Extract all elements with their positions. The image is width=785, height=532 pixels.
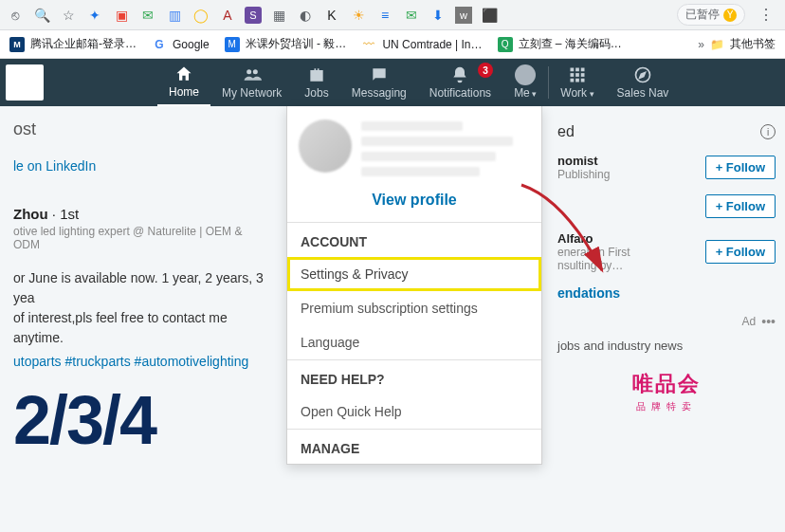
suggestion-sub: Publishing bbox=[557, 168, 610, 181]
favicon-icon: Q bbox=[498, 37, 513, 52]
compass-icon bbox=[633, 65, 652, 84]
profile-avatar-icon: Y bbox=[723, 9, 737, 22]
ext-icon[interactable]: ◐ bbox=[296, 6, 315, 25]
ext-icon[interactable]: ⬇ bbox=[429, 6, 447, 25]
nav-label: Sales Nav bbox=[617, 86, 669, 100]
nav-sales[interactable]: Sales Nav bbox=[606, 59, 681, 106]
ad-brand[interactable]: 唯品会 品牌特卖 bbox=[557, 370, 776, 413]
bookmark-label: Google bbox=[173, 38, 210, 51]
ext-icon[interactable]: ☀ bbox=[349, 6, 368, 25]
bookmarks-bar: M 腾讯企业邮箱-登录… G Google M 米课外贸培训 - 毅… 〰 UN… bbox=[0, 30, 785, 59]
follow-button[interactable]: + Follow bbox=[705, 194, 776, 218]
suggestion-row: Alfaro eneral en Firstnsulting by… + Fol… bbox=[557, 231, 776, 272]
svg-rect-4 bbox=[581, 68, 585, 72]
notification-badge: 3 bbox=[478, 63, 493, 78]
ext-icon[interactable]: ▦ bbox=[269, 6, 288, 25]
ext-icon[interactable]: ✦ bbox=[85, 6, 104, 25]
post-body: or June is available now. 1 year, 2 year… bbox=[13, 268, 271, 348]
ext-icon[interactable]: w bbox=[455, 7, 472, 24]
ext-icon[interactable]: ⬛ bbox=[480, 6, 499, 25]
nav-label: Notifications bbox=[429, 86, 491, 100]
ext-icon[interactable]: K bbox=[322, 6, 341, 25]
ext-icon[interactable]: ◯ bbox=[192, 6, 210, 25]
suggestion-title[interactable]: Alfaro bbox=[557, 231, 630, 246]
post-hashtags[interactable]: utoparts #truckparts #automotivelighting bbox=[13, 354, 271, 369]
ext-icon[interactable]: ✉ bbox=[138, 6, 157, 25]
favicon-icon: M bbox=[9, 37, 25, 52]
favicon-icon: 〰 bbox=[361, 37, 376, 52]
follow-button[interactable]: + Follow bbox=[705, 156, 776, 179]
briefcase-icon bbox=[307, 65, 326, 84]
bookmark-label: 腾讯企业邮箱-登录… bbox=[30, 36, 137, 52]
dropdown-premium[interactable]: Premium subscription settings bbox=[287, 291, 541, 325]
nav-work[interactable]: Work bbox=[549, 59, 605, 106]
translate-icon[interactable]: ⎋ bbox=[6, 6, 25, 25]
dropdown-settings-privacy[interactable]: Settings & Privacy bbox=[287, 257, 541, 291]
chrome-menu-icon[interactable]: ⋮ bbox=[753, 6, 779, 24]
dropdown-open-help[interactable]: Open Quick Help bbox=[287, 394, 541, 429]
svg-rect-2 bbox=[570, 68, 574, 72]
suggestion-sub: eneral en Firstnsulting by… bbox=[557, 246, 630, 272]
nav-label: Me bbox=[514, 86, 537, 100]
nav-label: My Network bbox=[222, 86, 282, 100]
suggestion-row: + Follow bbox=[557, 194, 776, 218]
bookmark-item[interactable]: 〰 UN Comtrade | In… bbox=[361, 37, 482, 52]
post-image-numbers: 2/3/4 bbox=[13, 386, 271, 454]
ext-icon[interactable]: S bbox=[245, 7, 262, 24]
nav-messaging[interactable]: Messaging bbox=[340, 59, 418, 106]
right-rail: ed i nomist Publishing + Follow + Follow… bbox=[557, 118, 776, 413]
linkedin-nav: Home My Network Jobs Messaging 3 Notific… bbox=[0, 59, 785, 106]
star-icon[interactable]: ☆ bbox=[59, 6, 78, 25]
other-bookmarks[interactable]: 其他书签 bbox=[730, 36, 776, 52]
search2-icon[interactable]: 🔍 bbox=[32, 6, 51, 25]
pause-label: 已暂停 bbox=[685, 7, 720, 23]
ext-icon[interactable]: ≡ bbox=[375, 6, 394, 25]
dropdown-language[interactable]: Language bbox=[287, 325, 541, 359]
ext-icon[interactable]: ▥ bbox=[165, 6, 184, 25]
svg-rect-5 bbox=[570, 73, 574, 77]
dropdown-profile[interactable] bbox=[287, 106, 541, 186]
nav-notifications[interactable]: 3 Notifications bbox=[418, 59, 502, 106]
ext-icon[interactable]: ▣ bbox=[112, 6, 131, 25]
ad-menu-icon[interactable]: ••• bbox=[761, 314, 776, 329]
avatar-icon bbox=[515, 65, 536, 84]
nav-label: Messaging bbox=[352, 86, 407, 100]
bookmarks-chevron-icon[interactable]: » bbox=[698, 38, 704, 51]
nav-home[interactable]: Home bbox=[157, 59, 210, 106]
home-icon bbox=[174, 64, 193, 83]
bookmark-item[interactable]: G Google bbox=[152, 37, 210, 52]
svg-rect-8 bbox=[570, 79, 574, 83]
folder-icon: 📁 bbox=[710, 38, 724, 51]
bookmark-item[interactable]: M 米课外贸培训 - 毅… bbox=[225, 36, 347, 52]
suggestion-title[interactable]: nomist bbox=[557, 154, 610, 168]
info-icon[interactable]: i bbox=[760, 124, 776, 139]
favicon-icon: M bbox=[225, 37, 240, 52]
favicon-icon: G bbox=[152, 37, 167, 52]
post-author-headline: otive led lighting expert @ Naturelite |… bbox=[13, 225, 271, 251]
ext-icon[interactable]: A bbox=[218, 6, 237, 25]
chrome-profile-pill[interactable]: 已暂停 Y bbox=[677, 4, 745, 26]
bookmark-item[interactable]: Q 立刻查 – 海关编码… bbox=[498, 36, 622, 52]
nav-network[interactable]: My Network bbox=[210, 59, 293, 106]
write-article-link[interactable]: le on LinkedIn bbox=[13, 158, 271, 174]
bookmark-item[interactable]: M 腾讯企业邮箱-登录… bbox=[9, 36, 137, 52]
chrome-toolbar: ⎋ 🔍 ☆ ✦ ▣ ✉ ▥ ◯ A S ▦ ◐ K ☀ ≡ ✉ ⬇ w ⬛ 已暂… bbox=[0, 0, 785, 30]
brand-name: 唯品会 bbox=[557, 370, 776, 398]
nav-jobs[interactable]: Jobs bbox=[293, 59, 339, 106]
ad-subtitle: jobs and industry news bbox=[557, 339, 776, 353]
svg-rect-9 bbox=[575, 79, 579, 83]
ext-icon[interactable]: ✉ bbox=[402, 6, 421, 25]
suggestion-row: nomist Publishing + Follow bbox=[557, 154, 776, 181]
start-post[interactable]: ost bbox=[13, 119, 271, 139]
view-profile-link[interactable]: View profile bbox=[287, 186, 541, 222]
dropdown-section-account: ACCOUNT bbox=[287, 223, 541, 257]
nav-label: Jobs bbox=[304, 86, 328, 100]
follow-button[interactable]: + Follow bbox=[705, 240, 776, 264]
dropdown-section-manage: MANAGE bbox=[287, 430, 541, 464]
post-author[interactable]: Zhou · 1st bbox=[13, 206, 79, 222]
rail-header: ed bbox=[557, 123, 575, 140]
linkedin-logo[interactable] bbox=[6, 64, 44, 101]
bell-icon bbox=[450, 65, 469, 84]
nav-me[interactable]: Me bbox=[502, 59, 548, 106]
more-recommendations-link[interactable]: endations bbox=[557, 285, 776, 301]
